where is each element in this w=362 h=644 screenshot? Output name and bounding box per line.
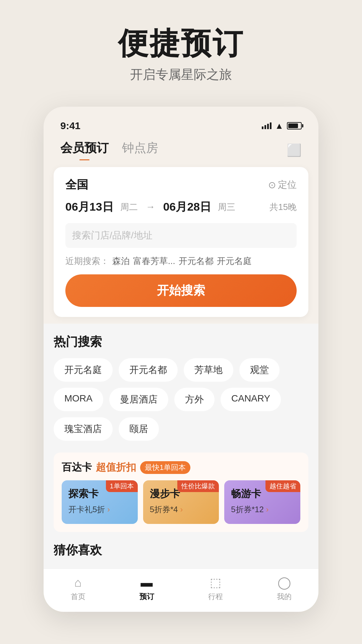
phone-mockup: 9:41 ▲ 会员预订 钟点房 ⬜ 全国 ⊙ 定位 [44, 107, 318, 612]
nav-item-profile[interactable]: ◯ 我的 [277, 576, 292, 602]
recent-searches: 近期搜索： 森泊 富春芳草... 开元名都 开元名庭 [65, 255, 297, 267]
tags-grid: 开元名庭 开元名都 芳草地 观堂 MORA 曼居酒店 方外 CANARY 瑰宝酒… [54, 358, 308, 441]
baidaka-title: 百达卡 [62, 461, 92, 474]
location-text: 全国 [65, 177, 88, 193]
tag-kaiyuan-mingyuan[interactable]: 开元名庭 [54, 358, 113, 382]
status-icons: ▲ [262, 121, 302, 131]
main-title: 便捷预订 [20, 27, 342, 60]
nav-tabs: 会员预订 钟点房 ⬜ [44, 133, 318, 160]
date-end-day: 周三 [218, 201, 235, 213]
tag-guibao[interactable]: 瑰宝酒店 [54, 417, 113, 441]
nav-label-trip: 行程 [208, 592, 223, 602]
card-desc-3: 5折券*12 › [231, 504, 294, 515]
trip-icon: ⬚ [210, 576, 221, 590]
recent-item-1[interactable]: 森泊 [112, 255, 130, 267]
recent-item-4[interactable]: 开元名庭 [217, 255, 252, 267]
signal-icon [262, 122, 272, 129]
home-icon: ⌂ [74, 576, 82, 590]
guess-like-title: 猜你喜欢 [54, 542, 308, 558]
card-badge-3: 越住越省 [265, 480, 300, 492]
nav-label-profile: 我的 [277, 592, 292, 602]
location-button[interactable]: ⊙ 定位 [268, 178, 297, 191]
tag-guantang[interactable]: 观堂 [239, 358, 280, 382]
tab-hourly-room[interactable]: 钟点房 [122, 140, 158, 160]
tag-fangwai[interactable]: 方外 [174, 388, 215, 411]
nav-item-home[interactable]: ⌂ 首页 [71, 576, 85, 602]
baidaka-section: 百达卡 超值折扣 最快1单回本 1单回本 探索卡 开卡礼5折 › 性价比爆款 漫… [54, 452, 308, 532]
location-row: 全国 ⊙ 定位 [65, 177, 297, 193]
booking-icon: ▬ [141, 576, 153, 590]
baidaka-title-row: 百达卡 超值折扣 最快1单回本 [62, 461, 300, 474]
tag-yiju[interactable]: 颐居 [119, 417, 159, 441]
card-badge-1: 1单回本 [106, 480, 138, 492]
bottom-nav: ⌂ 首页 ▬ 预订 ⬚ 行程 ◯ 我的 [44, 569, 318, 612]
card-travel[interactable]: 越住越省 畅游卡 5折券*12 › [224, 480, 300, 524]
tag-kaiyuan-mingdu[interactable]: 开元名都 [119, 358, 178, 382]
nav-label-booking: 预订 [139, 592, 154, 602]
recent-item-3[interactable]: 开元名都 [179, 255, 214, 267]
search-placeholder: 搜索门店/品牌/地址 [72, 229, 153, 242]
profile-icon: ◯ [278, 576, 291, 590]
sub-title: 开启专属星际之旅 [20, 66, 342, 83]
card-desc-1: 开卡礼5折 › [68, 504, 131, 515]
recent-item-2[interactable]: 富春芳草... [133, 255, 175, 267]
tag-manju[interactable]: 曼居酒店 [109, 388, 168, 411]
location-label: 定位 [278, 178, 297, 191]
hot-search-title: 热门搜索 [54, 334, 308, 350]
date-arrow: → [146, 202, 155, 212]
search-input-row[interactable]: 搜索门店/品牌/地址 [65, 223, 297, 248]
baidaka-badge: 最快1单回本 [140, 461, 190, 474]
nav-item-booking[interactable]: ▬ 预订 [139, 576, 154, 602]
tab-member-booking[interactable]: 会员预订 [60, 140, 109, 160]
card-explore[interactable]: 1单回本 探索卡 开卡礼5折 › [62, 480, 138, 524]
baidaka-highlight: 超值折扣 [96, 461, 136, 474]
card-wander[interactable]: 性价比爆款 漫步卡 5折券*4 › [143, 480, 219, 524]
cards-row: 1单回本 探索卡 开卡礼5折 › 性价比爆款 漫步卡 5折券*4 › 越住越省 … [62, 480, 300, 524]
scan-icon[interactable]: ⬜ [287, 143, 302, 157]
date-start-day: 周二 [120, 201, 138, 213]
date-end[interactable]: 06月28日 [163, 199, 212, 215]
nav-item-trip[interactable]: ⬚ 行程 [208, 576, 223, 602]
nights-count: 共15晚 [269, 201, 297, 213]
search-card: 全国 ⊙ 定位 06月13日 周二 → 06月28日 周三 共15晚 搜索门店/… [54, 167, 308, 317]
location-icon: ⊙ [268, 179, 276, 191]
card-badge-2: 性价比爆款 [177, 480, 219, 492]
status-time: 9:41 [60, 120, 80, 131]
battery-icon [287, 122, 302, 129]
wifi-icon: ▲ [275, 121, 284, 131]
date-start[interactable]: 06月13日 [65, 199, 114, 215]
date-row: 06月13日 周二 → 06月28日 周三 共15晚 [65, 199, 297, 215]
card-desc-2: 5折券*4 › [150, 504, 213, 515]
page-header: 便捷预订 开启专属星际之旅 [0, 0, 362, 93]
tag-fangcaodi[interactable]: 芳草地 [184, 358, 233, 382]
tag-mora[interactable]: MORA [54, 388, 103, 411]
recent-label: 近期搜索： [65, 255, 109, 267]
hot-search-section: 热门搜索 开元名庭 开元名都 芳草地 观堂 MORA 曼居酒店 方外 CANAR… [54, 334, 308, 441]
status-bar: 9:41 ▲ [44, 117, 318, 133]
search-button[interactable]: 开始搜索 [65, 274, 297, 307]
nav-label-home: 首页 [71, 592, 85, 602]
content-section: 热门搜索 开元名庭 开元名都 芳草地 观堂 MORA 曼居酒店 方外 CANAR… [44, 324, 318, 569]
tag-canary[interactable]: CANARY [221, 388, 281, 411]
